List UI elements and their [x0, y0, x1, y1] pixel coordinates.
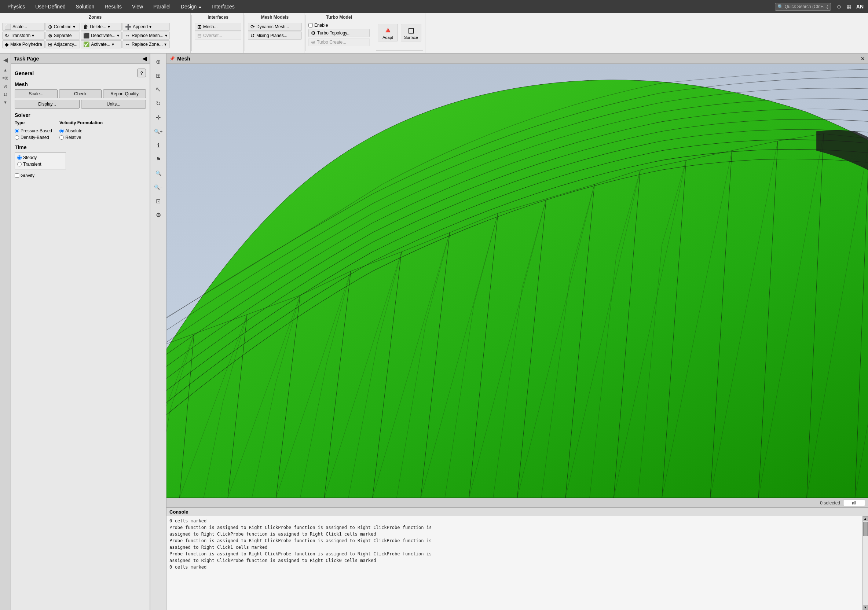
delete-button[interactable]: 🗑 Delete... ▾ — [81, 23, 122, 31]
mesh-visualization — [166, 64, 868, 498]
make-polyhedra-button[interactable]: ◆ Make Polyhedra — [2, 40, 45, 48]
separate-button[interactable]: ⊗ Separate — [45, 31, 80, 40]
console-scroll-up[interactable]: ▲ — [863, 516, 868, 521]
turbo-enable-label[interactable]: Enable — [308, 23, 370, 28]
density-based-option[interactable]: Density-Based — [15, 135, 52, 140]
surface-button[interactable]: ◻ Surface — [401, 24, 422, 42]
scale-button[interactable]: ⬜ Scale... — [2, 23, 45, 31]
menu-design[interactable]: Design ▲ — [177, 2, 206, 11]
circle-icon[interactable]: ⊙ — [835, 3, 843, 10]
reset-toolbar-btn[interactable]: ⚙ — [152, 208, 165, 221]
task-panel-header: Task Page ◀ — [11, 54, 150, 64]
mesh-toolbar-icon: ⊞ — [156, 72, 161, 79]
steady-radio[interactable] — [17, 155, 22, 160]
console-body[interactable]: 0 cells marked Probe function is assigne… — [166, 516, 862, 610]
console-scroll-down[interactable]: ▼ — [863, 605, 868, 610]
overset-icon: ⊟ — [197, 33, 202, 39]
fit-toolbar-btn[interactable]: 🔍 — [152, 166, 165, 180]
mesh-toolbar-btn[interactable]: ⊞ — [152, 69, 165, 82]
ribbon-group-turbo: Turbo Model Enable ⚙ Turbo Topology... ⊕… — [306, 13, 372, 53]
check-button[interactable]: Check — [59, 90, 102, 98]
transient-option[interactable]: Transient — [17, 162, 64, 167]
zoom-box-toolbar-btn[interactable]: ⊡ — [152, 194, 165, 207]
translate-toolbar-btn[interactable]: ✛ — [152, 111, 165, 124]
replace-mesh-label: Replace Mesh... — [132, 33, 164, 38]
mixing-planes-button[interactable]: ↺ Mixing Planes... — [248, 31, 302, 40]
zones-col2: ⊕ Combine ▾ ⊗ Separate ⊞ Adjacency... — [45, 23, 80, 48]
dynamic-mesh-button[interactable]: ⟳ Dynamic Mesh... — [248, 23, 302, 31]
pressure-based-option[interactable]: Pressure-Based — [15, 128, 52, 133]
pressure-based-radio[interactable] — [15, 129, 19, 133]
scale-mesh-button[interactable]: Scale... — [15, 90, 57, 98]
replace-zone-button[interactable]: ↔ Replace Zone... ▾ — [122, 40, 170, 48]
display-button[interactable]: Display... — [15, 100, 79, 108]
turbo-enable-checkbox[interactable] — [308, 23, 313, 28]
mesh-interfaces-button[interactable]: ⊞ Mesh... — [195, 23, 241, 31]
zoom-out-toolbar-btn[interactable]: 🔍− — [152, 180, 165, 194]
grid-view-icon[interactable]: ▦ — [845, 3, 852, 10]
relative-option[interactable]: Relative — [59, 135, 103, 140]
zones-toolbar-btn[interactable]: ⊕ — [152, 55, 165, 68]
combine-icon: ⊕ — [48, 24, 53, 30]
turbo-topology-button[interactable]: ⚙ Turbo Topology... — [308, 29, 370, 37]
replace-zone-label: Replace Zone... — [132, 42, 163, 47]
transient-radio[interactable] — [17, 162, 22, 166]
menu-interfaces[interactable]: Interfaces — [208, 2, 239, 11]
console-scroll-thumb[interactable] — [863, 522, 868, 536]
menu-solution[interactable]: Solution — [71, 2, 99, 11]
deactivate-icon: ⬛ — [83, 33, 90, 39]
mesh-models-group-title: Mesh Models — [248, 15, 302, 21]
dynamic-mesh-icon: ⟳ — [251, 24, 255, 30]
steady-option[interactable]: Steady — [17, 155, 64, 160]
gravity-checkbox[interactable] — [15, 173, 19, 178]
append-button[interactable]: ➕ Append ▾ — [122, 23, 170, 31]
viewport-close-button[interactable]: ✕ — [861, 56, 865, 62]
velocity-column: Velocity Formulation Absolute Relative — [59, 120, 103, 140]
info-toolbar-icon: ℹ — [157, 142, 160, 149]
viewport-pin-icon[interactable]: 📌 — [169, 56, 175, 61]
console-line-6: assigned to Right ClickProbe function is… — [169, 557, 859, 564]
side-label-9: 9) — [4, 84, 7, 88]
make-polyhedra-label: Make Polyhedra — [10, 42, 42, 47]
report-quality-button[interactable]: Report Quality — [103, 90, 146, 98]
combine-button[interactable]: ⊕ Combine ▾ — [45, 23, 80, 31]
adapt-button[interactable]: 🔺 Adapt — [378, 24, 398, 42]
append-label: Append — [133, 24, 148, 29]
top-collapse-arrow[interactable]: ◀ — [3, 56, 8, 63]
density-based-radio[interactable] — [15, 135, 19, 140]
console-line-2: assigned to Right ClickProbe function is… — [169, 531, 859, 537]
gravity-option[interactable]: Gravity — [15, 173, 146, 178]
quick-search[interactable]: 🔍 Quick Search (Ctrl+...) — [775, 3, 831, 11]
adapt-surface-title — [376, 50, 423, 51]
absolute-option[interactable]: Absolute — [59, 128, 103, 133]
absolute-radio[interactable] — [59, 129, 64, 133]
activate-button[interactable]: ✅ Activate... ▾ — [81, 40, 122, 48]
replace-mesh-button[interactable]: ↔ Replace Mesh... ▾ — [122, 31, 170, 40]
menu-physics[interactable]: Physics — [3, 2, 29, 11]
task-panel-close-arrow[interactable]: ◀ — [142, 55, 147, 62]
menu-parallel[interactable]: Parallel — [149, 2, 175, 11]
scroll-down-btn[interactable]: ▼ — [3, 100, 7, 104]
select-toolbar-btn[interactable]: ↖ — [152, 83, 165, 96]
adapt-label: Adapt — [383, 35, 393, 40]
zoom-in-toolbar-btn[interactable]: 🔍+ — [152, 125, 165, 138]
menu-user-defined[interactable]: User-Defined — [31, 2, 70, 11]
flag-toolbar-btn[interactable]: ⚑ — [152, 153, 165, 166]
transform-button[interactable]: ↻ Transform ▾ — [2, 31, 45, 40]
rotate-toolbar-icon: ↻ — [156, 100, 161, 107]
adjacency-button[interactable]: ⊞ Adjacency... — [45, 40, 80, 48]
deactivate-button[interactable]: ⬛ Deactivate... ▾ — [81, 31, 122, 40]
help-button[interactable]: ? — [137, 68, 146, 77]
mesh-models-buttons: ⟳ Dynamic Mesh... ↺ Mixing Planes... — [248, 23, 302, 40]
info-toolbar-btn[interactable]: ℹ — [152, 139, 165, 152]
selection-input[interactable] — [843, 500, 865, 506]
menu-results[interactable]: Results — [100, 2, 126, 11]
time-section-title: Time — [15, 144, 146, 150]
console-scrollbar: ▲ ▼ — [862, 516, 868, 610]
scroll-up-btn[interactable]: ▲ — [3, 68, 7, 72]
viewport-canvas[interactable] — [166, 64, 868, 498]
rotate-toolbar-btn[interactable]: ↻ — [152, 97, 165, 110]
menu-view[interactable]: View — [128, 2, 147, 11]
relative-radio[interactable] — [59, 135, 64, 140]
units-button[interactable]: Units... — [81, 100, 146, 108]
